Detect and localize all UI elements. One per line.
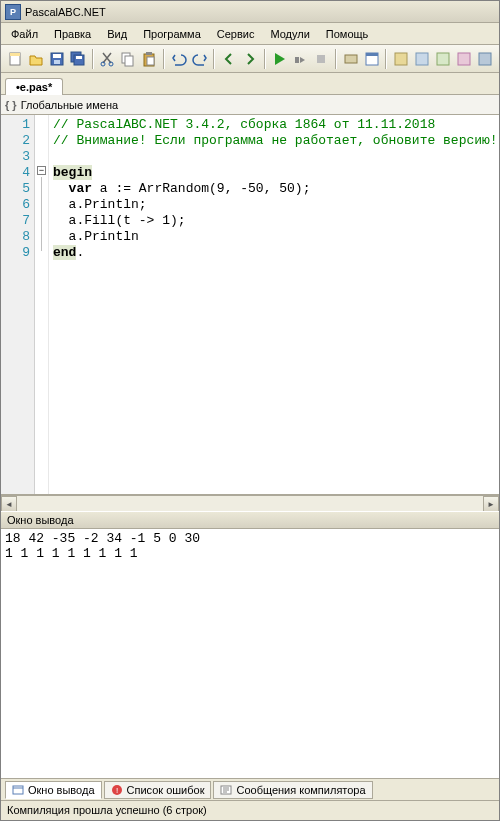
- toolbar-separator: [335, 49, 337, 69]
- scroll-track[interactable]: [17, 496, 483, 511]
- titlebar: P PascalABC.NET: [1, 1, 499, 23]
- output-panel-header: Окно вывода: [1, 511, 499, 529]
- tool4-icon[interactable]: [455, 48, 474, 70]
- line-number: 1: [1, 117, 34, 133]
- code-keyword-begin: begin: [53, 165, 92, 180]
- cut-icon[interactable]: [98, 48, 117, 70]
- toolbar-separator: [163, 49, 165, 69]
- copy-icon[interactable]: [119, 48, 138, 70]
- fold-line: [41, 177, 42, 251]
- paste-icon[interactable]: [140, 48, 159, 70]
- tool5-icon[interactable]: [476, 48, 495, 70]
- svg-rect-25: [13, 786, 23, 794]
- line-number: 7: [1, 213, 34, 229]
- code-line: // Внимание! Если программа не работает,…: [53, 133, 498, 148]
- line-number: 3: [1, 149, 34, 165]
- menu-help[interactable]: Помощь: [318, 25, 377, 43]
- stop-icon[interactable]: [312, 48, 331, 70]
- code-line: a.Fill(t -> 1);: [53, 213, 186, 228]
- undo-icon[interactable]: [169, 48, 188, 70]
- toolbar-separator: [385, 49, 387, 69]
- fold-column: −: [35, 115, 49, 494]
- window-title: PascalABC.NET: [25, 6, 106, 18]
- line-number: 4: [1, 165, 34, 181]
- svg-rect-17: [345, 55, 357, 63]
- editor-horizontal-scrollbar[interactable]: ◄ ►: [1, 495, 499, 511]
- code-editor[interactable]: 1 2 3 4 5 6 7 8 9 − // PascalABC.NET 3.4…: [1, 115, 499, 495]
- line-number: 6: [1, 197, 34, 213]
- tab-errors[interactable]: ! Список ошибок: [104, 781, 212, 799]
- form-icon[interactable]: [362, 48, 381, 70]
- code-line: var a := ArrRandom(9, -50, 50);: [53, 181, 310, 196]
- toolbar-separator: [92, 49, 94, 69]
- svg-rect-23: [458, 53, 470, 65]
- output-panel[interactable]: 18 42 -35 -2 34 -1 5 0 30 1 1 1 1 1 1 1 …: [1, 529, 499, 778]
- code-line: a.Println: [53, 229, 139, 244]
- navigate-back-icon[interactable]: [219, 48, 238, 70]
- save-all-icon[interactable]: [68, 48, 87, 70]
- tool2-icon[interactable]: [412, 48, 431, 70]
- svg-rect-24: [479, 53, 491, 65]
- navigate-forward-icon[interactable]: [240, 48, 259, 70]
- line-number: 8: [1, 229, 34, 245]
- scroll-left-icon[interactable]: ◄: [1, 496, 17, 512]
- menu-edit[interactable]: Правка: [46, 25, 99, 43]
- svg-rect-3: [53, 54, 61, 58]
- run-icon[interactable]: [270, 48, 289, 70]
- errors-tab-icon: !: [111, 784, 123, 796]
- code-line: // PascalABC.NET 3.4.2, сборка 1864 от 1…: [53, 117, 435, 132]
- menubar: Файл Правка Вид Программа Сервис Модули …: [1, 23, 499, 45]
- fold-toggle-icon[interactable]: −: [37, 166, 46, 175]
- line-number: 2: [1, 133, 34, 149]
- output-tab-icon: [12, 784, 24, 796]
- tab-output[interactable]: Окно вывода: [5, 781, 102, 799]
- svg-rect-21: [416, 53, 428, 65]
- compile-icon[interactable]: [341, 48, 360, 70]
- tab-bar: •e.pas*: [1, 73, 499, 95]
- scroll-right-icon[interactable]: ►: [483, 496, 499, 512]
- bottom-tab-bar: Окно вывода ! Список ошибок Сообщения ко…: [1, 778, 499, 800]
- step-icon[interactable]: [291, 48, 310, 70]
- code-line: a.Println;: [53, 197, 147, 212]
- tab-compiler-messages[interactable]: Сообщения компилятора: [213, 781, 372, 799]
- tool1-icon[interactable]: [391, 48, 410, 70]
- tool3-icon[interactable]: [434, 48, 453, 70]
- menu-service[interactable]: Сервис: [209, 25, 263, 43]
- line-number: 9: [1, 245, 34, 261]
- file-tab[interactable]: •e.pas*: [5, 78, 63, 95]
- save-icon[interactable]: [47, 48, 66, 70]
- output-line: 18 42 -35 -2 34 -1 5 0 30: [5, 531, 200, 546]
- tab-label: Список ошибок: [127, 784, 205, 796]
- tab-label: Окно вывода: [28, 784, 95, 796]
- svg-rect-1: [10, 53, 20, 56]
- line-number: 5: [1, 181, 34, 197]
- app-icon: P: [5, 4, 21, 20]
- svg-text:!: !: [115, 786, 117, 795]
- scope-braces-icon: { }: [5, 99, 17, 111]
- toolbar-separator: [213, 49, 215, 69]
- svg-rect-13: [146, 52, 152, 55]
- toolbar: [1, 45, 499, 73]
- toolbar-separator: [264, 49, 266, 69]
- menu-program[interactable]: Программа: [135, 25, 209, 43]
- status-text: Компиляция прошла успешно (6 строк): [7, 804, 207, 816]
- svg-rect-22: [437, 53, 449, 65]
- output-line: 1 1 1 1 1 1 1 1 1: [5, 546, 138, 561]
- menu-view[interactable]: Вид: [99, 25, 135, 43]
- new-file-icon[interactable]: [5, 48, 24, 70]
- svg-rect-19: [366, 53, 378, 56]
- menu-file[interactable]: Файл: [3, 25, 46, 43]
- svg-rect-4: [54, 60, 60, 64]
- redo-icon[interactable]: [190, 48, 209, 70]
- scope-label: Глобальные имена: [21, 99, 119, 111]
- svg-rect-7: [76, 56, 82, 59]
- messages-tab-icon: [220, 784, 232, 796]
- status-bar: Компиляция прошла успешно (6 строк): [1, 800, 499, 820]
- code-content[interactable]: // PascalABC.NET 3.4.2, сборка 1864 от 1…: [49, 115, 499, 494]
- svg-rect-15: [295, 57, 299, 63]
- open-file-icon[interactable]: [26, 48, 45, 70]
- menu-modules[interactable]: Модули: [262, 25, 317, 43]
- svg-rect-16: [317, 55, 325, 63]
- code-line: end.: [53, 245, 84, 260]
- scope-bar[interactable]: { } Глобальные имена: [1, 95, 499, 115]
